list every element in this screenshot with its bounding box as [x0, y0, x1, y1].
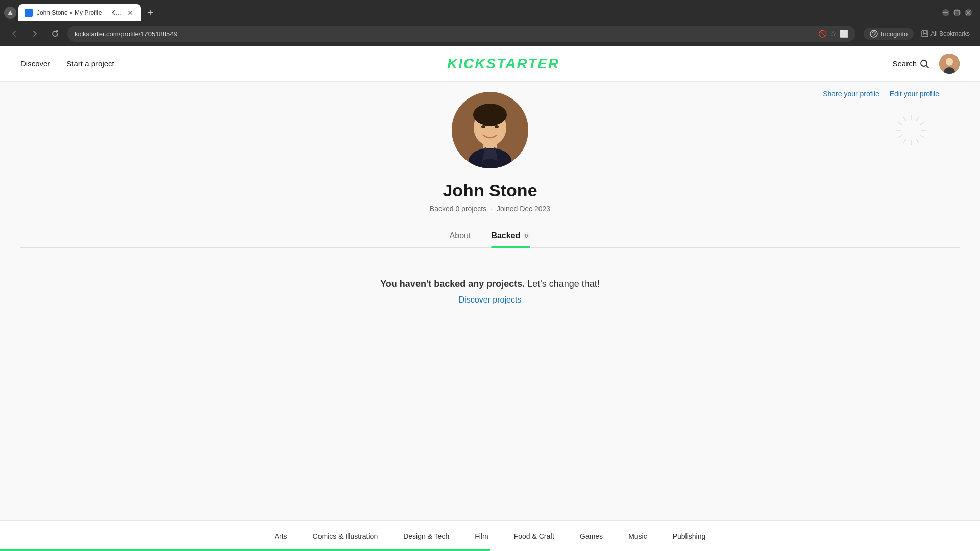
spinner-decoration	[893, 112, 929, 148]
cast-icon: ⬜	[840, 30, 848, 38]
window-close-button[interactable]	[965, 9, 972, 16]
footer-cat-publishing[interactable]: Publishing	[673, 532, 706, 540]
backed-badge: 0	[522, 232, 530, 239]
top-nav: Discover Start a project KICKSTARTER Sea…	[0, 46, 980, 82]
nav-right: Search	[892, 54, 960, 74]
eye-slash-icon: 🚫	[818, 30, 827, 38]
svg-rect-7	[922, 31, 928, 37]
start-project-nav-link[interactable]: Start a project	[66, 59, 114, 68]
svg-point-21	[495, 125, 499, 128]
logo-center: KICKSTARTER	[114, 56, 893, 72]
profile-meta: Backed 0 projects · Joined Dec 2023	[430, 205, 550, 213]
footer-cat-music[interactable]: Music	[628, 532, 647, 540]
discover-projects-link[interactable]: Discover projects	[296, 295, 684, 305]
maximize-button[interactable]	[953, 9, 961, 16]
footer-cat-food[interactable]: Food & Craft	[514, 532, 554, 540]
svg-rect-2	[954, 10, 960, 15]
search-icon	[920, 59, 929, 68]
all-bookmarks-label: All Bookmarks	[930, 30, 970, 37]
browser-actions: Incognito All Bookmarks	[864, 28, 974, 40]
footer-cat-design[interactable]: Design & Tech	[403, 532, 449, 540]
svg-line-29	[903, 139, 906, 143]
window-controls	[942, 9, 976, 16]
svg-point-6	[873, 35, 874, 36]
svg-marker-0	[8, 10, 13, 15]
footer-cat-arts[interactable]: Arts	[275, 532, 287, 540]
avatar-face	[939, 54, 960, 74]
svg-line-27	[916, 139, 919, 143]
address-bar-icons: 🚫 ☆ ⬜	[818, 30, 848, 38]
tab-title: John Stone » My Profile — Kick	[37, 9, 122, 16]
search-label: Search	[892, 59, 917, 68]
profile-avatar	[452, 92, 528, 168]
edit-profile-link[interactable]: Edit your profile	[890, 90, 939, 98]
forward-button[interactable]	[27, 26, 43, 42]
incognito-label: Incognito	[881, 30, 908, 38]
svg-line-23	[916, 117, 919, 121]
browser-chrome: John Stone » My Profile — Kick ✕ +	[0, 0, 980, 46]
kickstarter-logo[interactable]: KICKSTARTER	[447, 56, 559, 72]
website: Discover Start a project KICKSTARTER Sea…	[0, 46, 980, 551]
profile-avatar-svg	[452, 92, 528, 168]
user-avatar[interactable]	[939, 54, 960, 74]
no-backed-strong: You haven't backed any projects.	[380, 279, 525, 289]
footer-cat-comics[interactable]: Comics & Illustration	[313, 532, 378, 540]
backed-count: Backed 0 projects	[430, 205, 486, 213]
svg-line-24	[920, 122, 924, 125]
tab-backed[interactable]: Backed 0	[491, 231, 530, 247]
tab-list-button[interactable]	[4, 7, 16, 19]
footer-cat-film[interactable]: Film	[475, 532, 488, 540]
profile-actions: Share your profile Edit your profile	[823, 90, 939, 98]
svg-line-9	[926, 66, 928, 68]
meta-dot: ·	[491, 205, 493, 213]
tab-close-button[interactable]: ✕	[126, 8, 135, 17]
tab-about[interactable]: About	[450, 231, 471, 247]
no-backed-rest: Let's change that!	[525, 279, 600, 289]
svg-point-5	[870, 30, 877, 37]
profile-name: John Stone	[443, 181, 537, 201]
back-button[interactable]	[6, 26, 22, 42]
main-content: You haven't backed any projects. Let's c…	[286, 248, 694, 335]
tab-favicon	[24, 9, 33, 17]
svg-rect-1	[943, 12, 948, 13]
tab-bar: John Stone » My Profile — Kick ✕ +	[0, 0, 980, 21]
footer-categories: Arts Comics & Illustration Design & Tech…	[0, 520, 980, 551]
url-text: kickstarter.com/profile/1705188549	[75, 30, 814, 38]
new-tab-button[interactable]: +	[143, 6, 157, 20]
discover-nav-link[interactable]: Discover	[20, 59, 50, 68]
incognito-button[interactable]: Incognito	[864, 28, 914, 40]
svg-line-26	[920, 135, 924, 138]
no-backed-message: You haven't backed any projects. Let's c…	[296, 279, 684, 289]
svg-point-20	[481, 125, 485, 128]
joined-date: Joined Dec 2023	[497, 205, 550, 213]
all-bookmarks-button[interactable]: All Bookmarks	[917, 30, 974, 37]
footer-cat-games[interactable]: Games	[580, 532, 603, 540]
nav-left: Discover Start a project	[20, 59, 114, 68]
address-bar[interactable]: kickstarter.com/profile/1705188549 🚫 ☆ ⬜	[67, 26, 855, 42]
svg-point-13	[946, 58, 953, 65]
minimize-button[interactable]	[942, 9, 949, 16]
share-profile-link[interactable]: Share your profile	[823, 90, 879, 98]
star-icon[interactable]: ☆	[830, 30, 837, 38]
address-bar-row: kickstarter.com/profile/1705188549 🚫 ☆ ⬜…	[0, 21, 980, 46]
search-button[interactable]: Search	[892, 59, 929, 68]
svg-point-8	[921, 60, 927, 66]
active-tab[interactable]: John Stone » My Profile — Kick ✕	[18, 4, 141, 21]
profile-section: Share your profile Edit your profile	[0, 82, 980, 520]
svg-line-30	[898, 135, 902, 138]
svg-point-17	[473, 104, 507, 126]
reload-button[interactable]	[47, 26, 63, 42]
profile-tabs: About Backed 0	[20, 231, 960, 248]
svg-line-32	[898, 122, 902, 125]
svg-line-33	[903, 117, 906, 121]
